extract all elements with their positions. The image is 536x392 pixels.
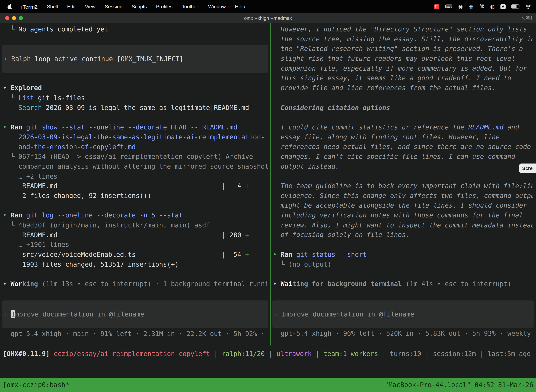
- input-source-icon[interactable]: A: [500, 4, 506, 9]
- terminal-line: 2026-03-09-is-legal-the-same-as-legitima…: [3, 132, 268, 142]
- text-segment: No agents completed yet: [19, 25, 108, 33]
- text-segment: Search: [19, 104, 42, 111]
- text-segment: [292, 250, 296, 258]
- terminal-line: gpt-5.4 xhigh · 96% left · 520K in · 5.8…: [273, 328, 533, 338]
- safari-icon[interactable]: ◉: [458, 4, 463, 9]
- menu-item-window[interactable]: Window: [208, 4, 226, 9]
- command-icon[interactable]: ⌘: [479, 4, 484, 9]
- tmux-pane-right[interactable]: However, I noticed the "Directory Struct…: [271, 23, 536, 345]
- text-segment: [3, 270, 7, 278]
- text-segment: Wor: [10, 280, 22, 288]
- text-segment: Ralph loop active continue [OMX_TMUX_INJ…: [11, 55, 183, 62]
- text-segment: changes, I can't cite specific file line…: [273, 153, 515, 160]
- menu-item-list: ShellEditViewSessionScriptsProfilesToolb…: [47, 4, 245, 9]
- text-segment: 4b9d30f (origin/main, instructkr/main, m…: [19, 221, 210, 229]
- text-segment: ›: [273, 310, 281, 318]
- prompt-input-right[interactable]: › Improve documentation in @filename: [272, 300, 534, 328]
- grid-icon[interactable]: ▦: [469, 4, 474, 9]
- text-segment: •: [3, 280, 10, 288]
- text-segment: slight risk that future readers may over…: [273, 55, 515, 62]
- window-title-bar[interactable]: omx --xhigh --madmax ⌥⌘1: [0, 13, 536, 23]
- terminal-line: this single essay, it seems like a good …: [273, 73, 533, 83]
- stats-icon[interactable]: ◐: [490, 4, 494, 9]
- text-segment: [136, 251, 222, 258]
- menu-item-session[interactable]: Session: [105, 4, 122, 9]
- terminal-line: the source tree, missing the essay. Stil…: [273, 34, 533, 44]
- screen-recording-icon[interactable]: [434, 4, 439, 9]
- text-segment: [273, 172, 277, 180]
- ralph-loop-banner[interactable]: › Ralph loop active continue [OMX_TMUX_I…: [2, 45, 268, 73]
- text-segment: | 4: [222, 182, 245, 190]
- text-segment: •: [3, 211, 10, 219]
- close-button[interactable]: [5, 16, 9, 20]
- text-segment: └: [3, 25, 19, 33]
- minimize-button[interactable]: [12, 16, 16, 20]
- zoom-button[interactable]: [19, 16, 23, 20]
- text-segment: +: [245, 182, 249, 190]
- text-segment: •: [3, 84, 10, 92]
- text-segment: provide file and line references from th…: [273, 84, 496, 92]
- terminal-line: [273, 171, 533, 181]
- terminal-line: › Improve documentation in @filename: [3, 309, 267, 319]
- menu-item-help[interactable]: Help: [235, 4, 245, 9]
- text-segment: ›: [3, 310, 11, 318]
- spacer: [3, 289, 268, 300]
- menu-item-shell[interactable]: Shell: [47, 4, 58, 9]
- terminal-line: companion analysis without altering the …: [3, 161, 268, 171]
- terminal-line: • Ran git log --oneline --decorate -n 5 …: [3, 210, 268, 220]
- terminal-line: essay file, along with finding root file…: [273, 132, 533, 142]
- text-segment: |: [378, 350, 390, 357]
- screen-overlay-tooltip[interactable]: Scre: [519, 163, 536, 173]
- prompt-input-left[interactable]: › Improve documentation in @filename: [2, 300, 268, 328]
- text-segment: review. Also, I might want to inspect th…: [273, 221, 533, 229]
- text-segment: [OMX#0.11.9]: [3, 350, 54, 357]
- terminal-line: 2 files changed, 92 insertions(+): [3, 191, 268, 201]
- terminal-line: › Improve documentation in @filename: [273, 309, 532, 319]
- terminal-line: the "Related research writing" section i…: [273, 44, 533, 54]
- terminal-line: provide file and line references from th…: [273, 83, 533, 93]
- tmux-pane-left[interactable]: └ No agents completed yet› Ralph loop ac…: [0, 23, 270, 345]
- text-segment: However, I noticed the "Directory Struct…: [273, 25, 527, 33]
- text-segment: [273, 270, 277, 278]
- text-segment: output instead.: [273, 163, 339, 170]
- text-segment: | 54: [222, 251, 245, 258]
- text-segment: gpt-5.4 xhigh · 96% left · 520K in · 5.8…: [273, 330, 533, 337]
- text-segment: evidence. Since this change only affects…: [273, 192, 533, 199]
- terminal-line: companion file, especially if more comme…: [273, 63, 533, 73]
- menu-status-icons: ⌨◉▦⌘◐A: [434, 4, 531, 9]
- pane-divider[interactable]: [270, 23, 271, 345]
- menu-item-scripts[interactable]: Scripts: [132, 4, 147, 9]
- terminal-line: src/voice/voiceModeEnabled.ts | 54 +: [3, 250, 268, 259]
- text-segment: Improve documentation in @filename: [281, 310, 414, 318]
- text-segment: [57, 182, 222, 190]
- menu-item-view[interactable]: View: [85, 4, 96, 9]
- terminal-line: • Waiting for background terminal (1m 41…: [273, 279, 533, 289]
- text-segment: |: [210, 350, 222, 357]
- wifi-icon[interactable]: [525, 4, 531, 9]
- keyboard-icon[interactable]: ⌨: [445, 4, 452, 9]
- text-segment: +: [245, 251, 249, 258]
- menu-item-toolbelt[interactable]: Toolbelt: [182, 4, 199, 9]
- text-segment: List: [19, 94, 34, 102]
- menu-app-name[interactable]: iTerm2: [21, 4, 38, 9]
- text-segment: turns:10: [390, 350, 421, 357]
- menu-item-edit[interactable]: Edit: [67, 4, 76, 9]
- tmux-host-time: "MacBook-Pro-44.local" 04:52 31-Mar-26: [385, 380, 533, 390]
- terminal-line: and-the-erosion-of-copyleft.md: [3, 142, 268, 152]
- text-segment: team:1 workers: [323, 350, 378, 357]
- terminal-line: [273, 240, 533, 250]
- text-segment: essay file, along with finding root file…: [273, 133, 500, 140]
- tmux-session-name: [omx-cczip0:bash*: [3, 380, 69, 390]
- text-segment: |: [421, 350, 433, 357]
- spacer: [3, 34, 268, 45]
- battery-icon[interactable]: [511, 5, 519, 9]
- terminal-line: The team guideline is to back every impo…: [273, 181, 533, 191]
- menu-item-profiles[interactable]: Profiles: [156, 4, 172, 9]
- terminal-line: changes, I can't cite specific file line…: [273, 152, 533, 161]
- text-segment: git status --short: [296, 250, 367, 258]
- text-segment: of focusing solely on file lines.: [273, 231, 410, 238]
- apple-menu-icon[interactable]: [8, 4, 12, 9]
- text-segment: ralph:11/20: [222, 350, 265, 357]
- text-segment: including verification notes with those …: [273, 211, 523, 219]
- terminal-line: └ List git ls-files: [3, 93, 268, 103]
